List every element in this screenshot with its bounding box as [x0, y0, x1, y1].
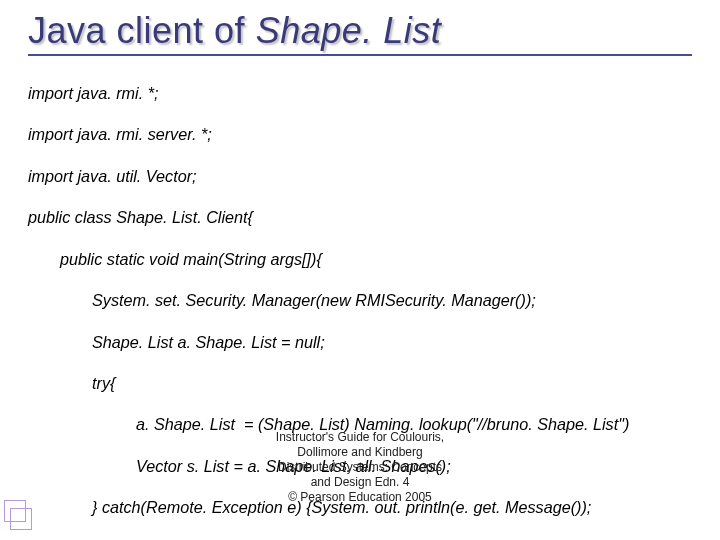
code-line: public class Shape. List. Client{: [28, 207, 692, 228]
slide: Java client of Shape. List import java. …: [0, 0, 720, 540]
footer-line: Dollimore and Kindberg: [0, 445, 720, 460]
footer-text: Pearson Education 2005: [297, 490, 432, 504]
square-decoration-icon: [10, 508, 32, 530]
footer-line: Instructor's Guide for Coulouris,: [0, 430, 720, 445]
slide-title: Java client of Shape. List: [28, 10, 692, 52]
code-line: import java. rmi. *;: [28, 83, 692, 104]
code-line: Shape. List a. Shape. List = null;: [28, 332, 692, 353]
title-italic: Shape. List: [256, 10, 442, 51]
title-plain: Java client of: [28, 10, 256, 51]
code-line: import java. util. Vector;: [28, 166, 692, 187]
footer: Instructor's Guide for Coulouris, Dollim…: [0, 430, 720, 505]
footer-line: Distributed Systems: Concepts: [0, 460, 720, 475]
footer-line: and Design Edn. 4: [0, 475, 720, 490]
code-line: import java. rmi. server. *;: [28, 124, 692, 145]
code-line: try{: [28, 373, 692, 394]
copyright-symbol: ©: [288, 490, 297, 504]
code-line: public static void main(String args[]){: [28, 249, 692, 270]
title-rule: [28, 54, 692, 56]
footer-line: © Pearson Education 2005: [0, 490, 720, 505]
code-line: System. set. Security. Manager(new RMISe…: [28, 290, 692, 311]
